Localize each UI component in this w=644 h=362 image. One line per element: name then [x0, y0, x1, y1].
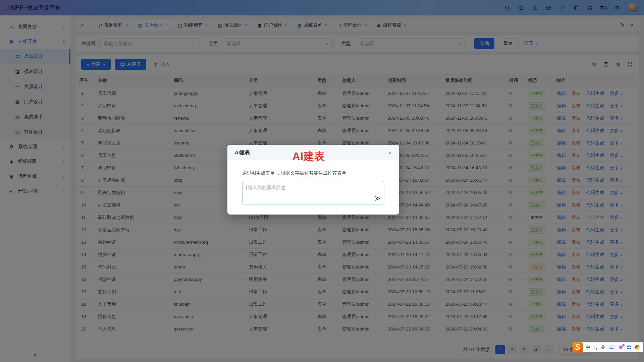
- keyboard-icon[interactable]: [609, 345, 614, 350]
- modal-title: AI建表: [235, 149, 250, 156]
- ai-description-input[interactable]: 输入你的需求描述: [242, 181, 384, 204]
- logo-ball-icon[interactable]: [635, 345, 640, 350]
- microphone-icon[interactable]: [601, 345, 605, 350]
- send-icon[interactable]: [375, 196, 381, 202]
- toolbox-grid-icon[interactable]: [627, 345, 631, 350]
- sogou-logo[interactable]: S: [573, 342, 583, 353]
- ime-punctuation[interactable]: ·,: [594, 345, 597, 350]
- input-placeholder: 输入你的需求描述: [248, 185, 285, 190]
- annotation-text: AI建表: [292, 149, 325, 164]
- modal-body: 通过AI生成表单 ，根据文字描述智能生成推荐表单 输入你的需求描述: [227, 160, 399, 215]
- ime-toolbar: S 中 ·,: [573, 342, 643, 353]
- close-icon[interactable]: ×: [388, 149, 392, 156]
- text-caret: [247, 185, 247, 190]
- ime-chinese-mode[interactable]: 中: [586, 344, 591, 351]
- modal-description: 通过AI生成表单 ，根据文字描述智能生成推荐表单: [242, 170, 384, 176]
- skin-icon[interactable]: [618, 345, 623, 350]
- ime-bar: 中 ·,: [581, 342, 643, 352]
